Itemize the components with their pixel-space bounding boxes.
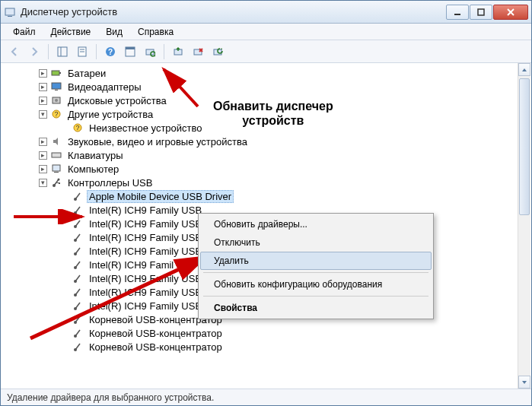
svg-rect-25 xyxy=(52,83,61,89)
menu-help[interactable]: Справка xyxy=(132,25,180,39)
display-icon xyxy=(50,81,62,93)
tree-node-audio[interactable]: ▸Звуковые, видео и игровые устройства xyxy=(1,135,531,148)
tree-node-hub-3[interactable]: Корневой USB-концентратор xyxy=(1,340,531,354)
update-driver-button[interactable] xyxy=(169,43,187,61)
usb-device-icon xyxy=(72,272,84,284)
svg-rect-6 xyxy=(58,47,67,56)
expander-icon[interactable]: ▸ xyxy=(39,165,47,173)
disable-driver-button[interactable] xyxy=(209,43,227,61)
usb-device-icon xyxy=(72,217,84,230)
other-devices-icon: ? xyxy=(50,108,62,120)
close-button[interactable] xyxy=(493,5,528,20)
svg-line-50 xyxy=(75,248,80,254)
svg-line-17 xyxy=(155,56,155,56)
usb-device-icon xyxy=(72,286,84,298)
ctx-update-drivers[interactable]: Обновить драйверы... xyxy=(200,215,432,233)
svg-rect-33 xyxy=(52,153,61,157)
statusbar: Удаление драйвера для выбранного устройс… xyxy=(1,389,531,405)
tree-node-batteries[interactable]: ▸Батареи xyxy=(1,66,531,80)
disk-icon xyxy=(50,94,62,106)
forward-button xyxy=(25,43,43,61)
toolbar: ? xyxy=(1,40,531,63)
window-title: Диспетчер устройств xyxy=(21,6,446,17)
ctx-uninstall[interactable]: Удалить xyxy=(200,252,432,270)
tree-node-hub-2[interactable]: Корневой USB-концентратор xyxy=(1,326,531,340)
usb-device-icon xyxy=(72,204,84,216)
maximize-button[interactable] xyxy=(470,5,492,20)
expander-icon[interactable]: ▸ xyxy=(39,151,47,160)
svg-line-60 xyxy=(75,316,80,322)
svg-rect-23 xyxy=(52,71,59,75)
expander-icon[interactable]: ▸ xyxy=(39,69,47,78)
vertical-scrollbar[interactable] xyxy=(518,63,530,389)
svg-line-48 xyxy=(75,234,80,240)
ctx-separator xyxy=(203,296,428,297)
annotation-text: Обнавить диспечер устройств xyxy=(213,99,333,128)
svg-line-62 xyxy=(75,330,80,336)
svg-rect-24 xyxy=(59,72,61,74)
unknown-device-icon: ? xyxy=(72,122,84,134)
svg-line-54 xyxy=(75,275,80,281)
usb-device-icon xyxy=(72,341,84,353)
usb-device-icon xyxy=(72,313,84,325)
svg-rect-1 xyxy=(8,16,12,17)
usb-device-icon xyxy=(72,327,84,339)
svg-rect-26 xyxy=(55,90,58,90)
ctx-separator xyxy=(203,272,428,273)
tree-node-computer[interactable]: ▸Компьютер xyxy=(1,162,531,176)
usb-device-icon xyxy=(72,259,84,271)
battery-icon xyxy=(50,67,62,79)
tree-node-video[interactable]: ▸Видеоадаптеры xyxy=(1,80,531,94)
svg-rect-0 xyxy=(5,8,14,15)
svg-line-44 xyxy=(75,207,80,213)
titlebar[interactable]: Диспетчер устройств xyxy=(1,1,531,24)
back-button xyxy=(5,43,24,61)
svg-rect-3 xyxy=(478,9,484,15)
tree-node-usb-controllers[interactable]: ▾Контроллеры USB xyxy=(1,176,531,189)
usb-device-icon xyxy=(72,190,84,202)
scan-hardware-button[interactable] xyxy=(141,43,159,61)
svg-line-56 xyxy=(75,289,80,295)
audio-icon xyxy=(50,135,62,147)
usb-device-icon xyxy=(72,231,84,243)
svg-line-46 xyxy=(75,220,80,227)
svg-rect-34 xyxy=(53,165,60,171)
expander-icon[interactable]: ▸ xyxy=(39,97,47,105)
device-manager-icon xyxy=(4,6,16,18)
minimize-button[interactable] xyxy=(446,5,469,20)
ctx-properties[interactable]: Свойства xyxy=(200,299,432,317)
svg-line-64 xyxy=(75,344,80,350)
help-button[interactable]: ? xyxy=(101,43,119,61)
expander-icon[interactable]: ▸ xyxy=(39,83,47,91)
ctx-scan-hardware[interactable]: Обновить конфигурацию оборудования xyxy=(200,275,432,293)
svg-line-52 xyxy=(75,262,80,268)
expander-collapse-icon[interactable]: ▾ xyxy=(39,110,47,119)
usb-icon xyxy=(50,176,62,189)
expander-icon[interactable]: ▸ xyxy=(39,138,47,146)
tree-node-apple-usb[interactable]: Apple Mobile Device USB Driver xyxy=(1,189,531,203)
view-details-button[interactable] xyxy=(121,43,139,61)
svg-text:?: ? xyxy=(54,110,58,118)
status-text: Удаление драйвера для выбранного устройс… xyxy=(7,392,214,403)
properties-button[interactable] xyxy=(73,43,91,61)
context-menu: Обновить драйверы... Отключить Удалить О… xyxy=(198,213,434,319)
svg-text:?: ? xyxy=(108,48,113,56)
svg-point-28 xyxy=(55,99,58,102)
menu-action[interactable]: Действие xyxy=(45,25,97,39)
uninstall-driver-button[interactable] xyxy=(189,43,207,61)
svg-text:?: ? xyxy=(75,124,79,132)
tree-node-keyboards[interactable]: ▸Клавиатуры xyxy=(1,148,531,162)
expander-collapse-icon[interactable]: ▾ xyxy=(39,179,47,187)
scroll-up-button[interactable] xyxy=(518,63,530,76)
svg-point-38 xyxy=(58,179,60,181)
show-console-tree-button[interactable] xyxy=(53,43,72,61)
menu-view[interactable]: Вид xyxy=(100,25,129,39)
menu-file[interactable]: Файл xyxy=(7,25,42,39)
scroll-down-button[interactable] xyxy=(518,376,530,389)
computer-icon xyxy=(50,163,62,175)
ctx-disable[interactable]: Отключить xyxy=(200,233,432,252)
svg-line-42 xyxy=(75,193,80,199)
svg-rect-40 xyxy=(59,182,60,184)
scroll-thumb[interactable] xyxy=(519,78,530,215)
svg-rect-35 xyxy=(54,172,59,173)
